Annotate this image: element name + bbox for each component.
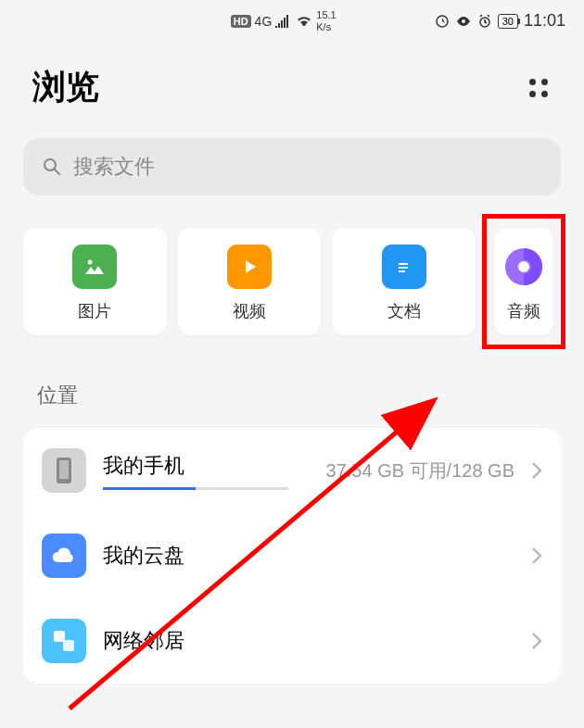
svg-rect-3 xyxy=(83,256,106,278)
clock: 11:01 xyxy=(524,11,565,31)
status-bar: HD 4G 15.1 K/s 30 11:01 xyxy=(0,0,584,42)
alarm-icon xyxy=(477,14,492,29)
search-icon xyxy=(42,157,62,177)
network-icon xyxy=(51,628,77,654)
page-title: 浏览 xyxy=(32,65,99,110)
search-input[interactable]: 搜索文件 xyxy=(23,138,561,195)
rotation-icon xyxy=(435,14,450,29)
storage-info: 37.54 GB 可用/128 GB xyxy=(326,458,514,483)
hd-badge: HD xyxy=(231,15,251,28)
image-icon xyxy=(82,254,108,280)
video-icon xyxy=(238,256,260,278)
chevron-right-icon xyxy=(531,632,542,650)
location-name: 我的云盘 xyxy=(103,542,514,570)
location-cloud-drive[interactable]: 我的云盘 xyxy=(23,513,561,598)
search-placeholder: 搜索文件 xyxy=(73,153,155,181)
location-name: 网络邻居 xyxy=(103,627,514,655)
page-header: 浏览 xyxy=(0,42,584,124)
audio-icon xyxy=(503,246,544,287)
svg-point-2 xyxy=(44,159,56,170)
category-label: 图片 xyxy=(78,300,111,322)
network-indicator: 4G xyxy=(255,14,273,29)
category-audio[interactable]: 音频 xyxy=(494,228,553,335)
wifi-icon xyxy=(296,15,312,28)
location-network[interactable]: 网络邻居 xyxy=(23,598,561,684)
category-documents[interactable]: 文档 xyxy=(332,228,476,335)
cloud-icon xyxy=(50,546,78,566)
svg-point-4 xyxy=(88,260,93,265)
svg-rect-12 xyxy=(54,631,65,642)
section-title-locations: 位置 xyxy=(0,354,584,423)
location-my-phone[interactable]: 我的手机 37.54 GB 可用/128 GB xyxy=(23,428,561,513)
battery-indicator: 30 xyxy=(498,14,518,29)
location-name: 我的手机 xyxy=(103,452,310,480)
category-images[interactable]: 图片 xyxy=(23,228,167,335)
location-list: 我的手机 37.54 GB 可用/128 GB 我的云盘 网络邻居 xyxy=(23,428,561,684)
svg-rect-6 xyxy=(399,267,408,269)
document-icon xyxy=(393,254,415,280)
speed-unit: K/s xyxy=(316,21,336,32)
svg-rect-13 xyxy=(63,640,74,651)
svg-rect-11 xyxy=(59,460,69,479)
chevron-right-icon xyxy=(531,461,542,480)
category-label: 视频 xyxy=(233,300,266,322)
category-videos[interactable]: 视频 xyxy=(178,228,322,335)
category-label: 音频 xyxy=(507,300,540,322)
category-label: 文档 xyxy=(387,300,421,322)
more-menu-button[interactable] xyxy=(526,75,552,101)
eye-icon xyxy=(455,15,472,28)
signal-icon xyxy=(275,15,292,28)
chevron-right-icon xyxy=(531,546,542,565)
storage-progress xyxy=(103,487,288,490)
category-row: 图片 视频 文档 音频 xyxy=(0,209,584,354)
phone-icon xyxy=(53,456,75,485)
svg-rect-7 xyxy=(399,270,405,272)
svg-point-9 xyxy=(518,261,529,272)
highlight-annotation: 音频 xyxy=(482,214,565,349)
svg-rect-5 xyxy=(399,263,408,265)
speed-value: 15.1 xyxy=(316,9,336,20)
